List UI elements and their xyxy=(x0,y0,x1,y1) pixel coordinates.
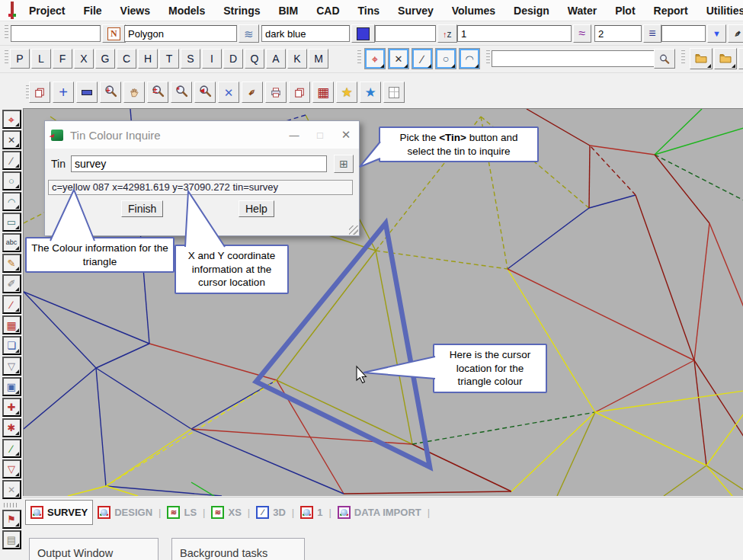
layout-button[interactable] xyxy=(383,82,405,103)
create-text-button[interactable]: abc xyxy=(2,233,21,252)
function-button-p[interactable]: P xyxy=(10,49,30,69)
arc-snap-button[interactable]: ◠ xyxy=(459,48,480,69)
help-button[interactable]: Help xyxy=(239,200,274,217)
menu-item-survey[interactable]: Survey xyxy=(389,5,443,17)
maximize-icon[interactable]: □ xyxy=(307,130,333,141)
menu-item-cad[interactable]: CAD xyxy=(307,5,348,17)
create-circle-button[interactable]: ○ xyxy=(2,171,21,190)
insert-image-button[interactable]: ▣ xyxy=(2,377,21,396)
folder-share-button[interactable] xyxy=(738,48,743,69)
colour-input[interactable] xyxy=(261,25,350,42)
circle-snap-button[interactable]: ○ xyxy=(435,48,456,69)
zoom-previous-button[interactable]: ◂ xyxy=(194,82,216,103)
translate-button[interactable]: ✚ xyxy=(2,398,21,417)
cross-snap-button[interactable]: ✕ xyxy=(388,48,409,69)
colour-line-button[interactable]: ∕ xyxy=(2,439,21,458)
raster-image-button[interactable]: ▤ xyxy=(2,530,21,549)
function-button-x[interactable]: X xyxy=(74,49,94,69)
delete-button[interactable]: ✕ xyxy=(2,480,21,499)
function-button-i[interactable]: I xyxy=(202,49,222,69)
height-picker-button[interactable]: ↑z xyxy=(437,24,457,43)
function-button-f[interactable]: F xyxy=(53,49,72,69)
model-picker-button[interactable]: ≋ xyxy=(239,24,259,43)
redraw-button[interactable]: ✒ xyxy=(242,82,263,103)
menu-item-report[interactable]: Report xyxy=(645,5,697,17)
function-button-q[interactable]: Q xyxy=(245,49,264,69)
zoom-extents-button[interactable]: + xyxy=(100,82,121,103)
function-button-k[interactable]: K xyxy=(287,49,307,69)
view-tab-ls[interactable]: ≋LS xyxy=(162,501,201,524)
favourites-blue-button[interactable]: ★ xyxy=(360,82,381,103)
edit-colour-button[interactable]: ✎ xyxy=(2,254,21,273)
function-button-l[interactable]: L xyxy=(31,49,51,69)
menu-item-project[interactable]: Project xyxy=(20,5,74,17)
create-arc-button[interactable]: ◠ xyxy=(2,192,21,211)
background-tasks-button[interactable]: Background tasks xyxy=(171,538,305,560)
menu-item-design[interactable]: Design xyxy=(504,5,559,17)
measure-button[interactable]: ∕ xyxy=(2,295,21,314)
output-window-button[interactable]: Output Window xyxy=(29,538,159,560)
tin-select-input[interactable] xyxy=(661,25,706,42)
create-shield-button[interactable]: ▽ xyxy=(2,459,21,478)
dialog-resize-grip[interactable] xyxy=(349,226,358,235)
folder-gears-button[interactable] xyxy=(714,48,737,69)
zoom-centre-button[interactable]: * xyxy=(171,82,192,103)
menu-item-utilities[interactable]: Utilities xyxy=(697,5,743,17)
toolbar-grip[interactable] xyxy=(681,50,685,66)
view-tab-design[interactable]: DESIGN xyxy=(93,501,157,524)
width-input[interactable] xyxy=(594,25,642,42)
menu-item-views[interactable]: Views xyxy=(111,5,159,17)
zoom-inout-button[interactable]: ± xyxy=(147,82,168,103)
point-snap-button[interactable]: ⌖ xyxy=(364,48,386,69)
cad-text-input[interactable] xyxy=(11,25,101,42)
view-tab-survey[interactable]: SURVEY xyxy=(25,500,93,525)
line-snap-button[interactable]: ∕ xyxy=(412,48,433,69)
search-input[interactable] xyxy=(492,50,655,67)
menu-item-strings[interactable]: Strings xyxy=(214,5,269,17)
toolbar-grip[interactable] xyxy=(486,50,490,66)
eyedropper-button[interactable]: ✒ xyxy=(728,24,743,43)
copy-window-button[interactable]: ❏ xyxy=(2,336,21,355)
finish-button[interactable]: Finish xyxy=(121,200,163,217)
view-tab-data-import[interactable]: DATA IMPORT xyxy=(333,501,426,524)
function-button-c[interactable]: C xyxy=(117,49,136,69)
toolbar-grip[interactable] xyxy=(5,50,8,66)
menu-item-bim[interactable]: BIM xyxy=(270,5,308,17)
flag-strings-button[interactable]: ⚑ xyxy=(2,510,21,529)
close-icon[interactable]: ✕ xyxy=(333,128,359,142)
erase-button[interactable]: ✕ xyxy=(218,82,239,103)
create-rectangle-button[interactable]: ▭ xyxy=(2,213,21,232)
function-button-a[interactable]: A xyxy=(266,49,286,69)
zoom-in-button[interactable]: + xyxy=(53,82,74,103)
copy-view-button[interactable] xyxy=(289,82,310,103)
favourites-yellow-button[interactable]: ★ xyxy=(336,82,357,103)
view-tab-xs[interactable]: ≋XS xyxy=(207,501,245,524)
pan-button[interactable] xyxy=(123,82,145,103)
tin-select-picker-button[interactable]: ▼ xyxy=(707,24,726,43)
folder-cube-button[interactable] xyxy=(690,48,713,69)
function-button-d[interactable]: D xyxy=(223,49,243,69)
function-button-t[interactable]: T xyxy=(159,49,179,69)
linestyle-input[interactable] xyxy=(457,25,572,42)
tin-pick-button[interactable]: ⊞ xyxy=(334,155,354,173)
create-line-button[interactable]: ∕ xyxy=(2,151,21,170)
menu-item-plot[interactable]: Plot xyxy=(606,5,644,17)
menu-item-models[interactable]: Models xyxy=(159,5,214,17)
view-tab-1[interactable]: 1 xyxy=(296,501,327,524)
create-star-point-button[interactable]: ✱ xyxy=(2,418,21,437)
models-grid-button[interactable]: ▦ xyxy=(312,82,334,103)
minimize-icon[interactable]: — xyxy=(281,130,307,141)
create-point-button[interactable]: ⌖ xyxy=(2,110,21,129)
plot-button[interactable] xyxy=(265,82,287,103)
view-tab-3d[interactable]: ∕3D xyxy=(251,501,290,524)
create-polygon-button[interactable]: ▽ xyxy=(2,357,21,376)
open-view-button[interactable] xyxy=(29,82,50,103)
function-button-h[interactable]: H xyxy=(138,49,158,69)
dialog-titlebar[interactable]: Tin Colour Inquire — □ ✕ xyxy=(45,121,359,149)
function-button-g[interactable]: G xyxy=(95,49,115,69)
height-input[interactable] xyxy=(375,25,436,42)
model-input[interactable] xyxy=(124,25,237,42)
colour-picker-button[interactable] xyxy=(351,24,375,43)
create-cross-button[interactable]: ✕ xyxy=(2,130,21,149)
toolbar-grip[interactable] xyxy=(5,25,8,40)
